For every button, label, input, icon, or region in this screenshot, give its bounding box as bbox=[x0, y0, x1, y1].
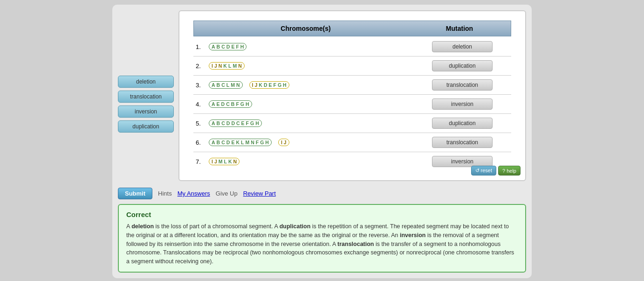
row-left-6: 6. ABCDEKLMNFGH IJ bbox=[196, 139, 416, 146]
row-mutation-4: inversion bbox=[416, 98, 509, 110]
bottom-bar: Submit Hints My Answers Give Up Review P… bbox=[118, 185, 526, 202]
mutation-btn-2[interactable]: duplication bbox=[432, 60, 493, 71]
sidebar-btn-duplication[interactable]: duplication bbox=[118, 120, 174, 133]
chrom-chain-7: IJMLKN bbox=[209, 158, 240, 165]
row-left-4: 4. AEDCBFGH bbox=[196, 100, 416, 108]
mutation-btn-3[interactable]: translocation bbox=[432, 79, 493, 91]
row-mutation-2: duplication bbox=[416, 60, 509, 71]
submit-button[interactable]: Submit bbox=[118, 188, 152, 199]
row-left-5: 5. ABCDDCEFGH bbox=[196, 119, 416, 127]
table-row: 4. AEDCBFGH inversion bbox=[193, 95, 511, 114]
sidebar: deletion translocation inversion duplica… bbox=[118, 10, 174, 181]
chrom-chain-1: ABCDEFH bbox=[209, 43, 247, 50]
row-num-6: 6. bbox=[196, 139, 205, 146]
table-row: 7. IJMLKN inversion bbox=[193, 152, 511, 171]
table-header: Chromosome(s) Mutation bbox=[193, 21, 511, 36]
hints-link[interactable]: Hints bbox=[158, 190, 172, 197]
row-mutation-6: translocation bbox=[416, 137, 509, 148]
row-num-3: 3. bbox=[196, 82, 205, 89]
sidebar-btn-deletion[interactable]: deletion bbox=[118, 76, 174, 88]
row-mutation-3: translocation bbox=[416, 79, 509, 91]
correct-title: Correct bbox=[126, 211, 518, 218]
header-chromosomes: Chromosome(s) bbox=[199, 25, 413, 32]
row-left-1: 1. ABCDEFH bbox=[196, 43, 416, 50]
row-left-2: 2. IJNKLMN bbox=[196, 62, 416, 70]
outer-container: deletion translocation inversion duplica… bbox=[112, 5, 532, 278]
table-row: 1. ABCDEFH deletion bbox=[193, 37, 511, 56]
row-left-3: 3. ABCLMN IJKDEFGH bbox=[196, 81, 416, 89]
mutation-btn-6[interactable]: translocation bbox=[432, 137, 493, 148]
row-num-5: 5. bbox=[196, 120, 205, 127]
row-num-7: 7. bbox=[196, 158, 205, 165]
main-panel: deletion translocation inversion duplica… bbox=[118, 10, 526, 181]
review-part-link[interactable]: Review Part bbox=[243, 190, 276, 197]
table-row: 2. IJNKLMN duplication bbox=[193, 56, 511, 76]
reset-button[interactable]: ↺ reset bbox=[471, 166, 497, 176]
table-row: 3. ABCLMN IJKDEFGH translocation bbox=[193, 76, 511, 95]
row-mutation-5: duplication bbox=[416, 118, 509, 129]
correct-text: A deletion is the loss of part of a chro… bbox=[126, 222, 518, 266]
table-area: Chromosome(s) Mutation 1. ABCDEFH deleti… bbox=[193, 21, 511, 171]
chrom-chain-5: ABCDDCEFGH bbox=[209, 119, 262, 127]
correct-box: Correct A deletion is the loss of part o… bbox=[118, 204, 526, 273]
chrom-chain-2: IJNKLMN bbox=[209, 62, 245, 70]
row-num-4: 4. bbox=[196, 101, 205, 108]
chrom-chain-6b: IJ bbox=[278, 139, 289, 146]
row-mutation-1: deletion bbox=[416, 41, 509, 52]
row-left-7: 7. IJMLKN bbox=[196, 158, 416, 165]
sidebar-btn-inversion[interactable]: inversion bbox=[118, 105, 174, 118]
chrom-chain-3a: ABCLMN bbox=[209, 81, 243, 89]
mutation-btn-5[interactable]: duplication bbox=[432, 118, 493, 129]
help-button[interactable]: ? help bbox=[498, 166, 521, 176]
chrom-chain-6a: ABCDEKLMNFGH bbox=[209, 139, 272, 146]
content-box: Chromosome(s) Mutation 1. ABCDEFH deleti… bbox=[178, 10, 526, 181]
mutation-btn-1[interactable]: deletion bbox=[432, 41, 493, 52]
chrom-chain-3b: IJKDEFGH bbox=[249, 81, 289, 89]
mutation-btn-4[interactable]: inversion bbox=[432, 98, 493, 110]
sidebar-btn-translocation[interactable]: translocation bbox=[118, 91, 174, 103]
my-answers-link[interactable]: My Answers bbox=[178, 190, 210, 197]
table-row: 5. ABCDDCEFGH duplication bbox=[193, 114, 511, 133]
header-mutation: Mutation bbox=[413, 25, 506, 32]
row-num-2: 2. bbox=[196, 63, 205, 70]
bottom-buttons: ↺ reset ? help bbox=[471, 166, 521, 176]
row-num-1: 1. bbox=[196, 43, 205, 50]
table-row: 6. ABCDEKLMNFGH IJ translocation bbox=[193, 133, 511, 152]
give-up-link[interactable]: Give Up bbox=[216, 190, 238, 197]
chrom-chain-4: AEDCBFGH bbox=[209, 100, 252, 108]
